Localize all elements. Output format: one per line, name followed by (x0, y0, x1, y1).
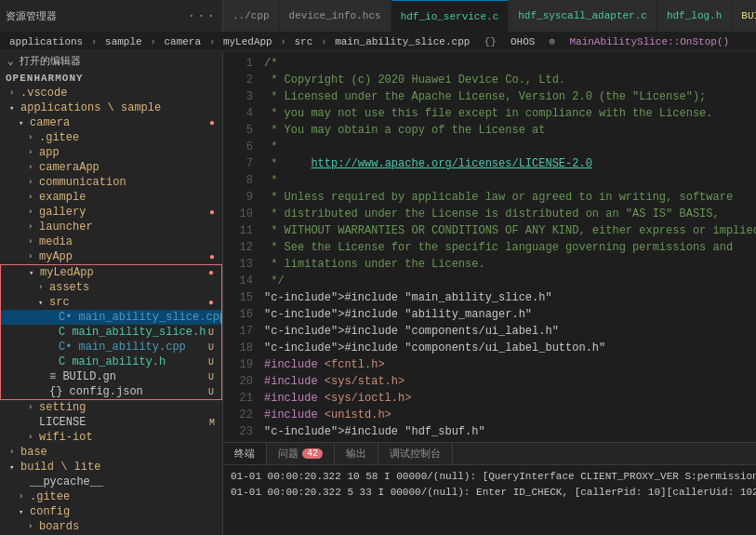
tab-device-info[interactable]: device_info.hcs (280, 0, 391, 32)
tab-cpp-label: ../cpp (232, 10, 270, 21)
tree-label: media (39, 235, 73, 248)
sidebar-item-launcher[interactable]: ›launcher (0, 220, 222, 234)
sidebar-item-gitee[interactable]: ›.gitee (0, 130, 222, 145)
sidebar-item-build_lite[interactable]: ▾build \ lite (0, 460, 222, 475)
panel-tab-terminal[interactable]: 终端 (223, 443, 267, 464)
code-line: #include <sys/ioctl.h> (264, 390, 747, 407)
code-line: */ (264, 273, 747, 289)
line-number: 20 (223, 373, 253, 390)
line-number: 13 (223, 256, 253, 273)
sidebar-item-LICENSE[interactable]: LICENSEM (0, 415, 222, 430)
tree-label: setting (39, 401, 86, 414)
sidebar-item-config_dir[interactable]: ▾config (0, 504, 222, 519)
explorer-dots[interactable]: ··· (188, 8, 217, 23)
line-number: 16 (223, 306, 253, 323)
tree-label: src (49, 296, 70, 309)
sidebar-item-base[interactable]: ›base (0, 445, 222, 460)
sidebar-item-media[interactable]: ›media (0, 234, 222, 249)
sidebar-item-applications_sample[interactable]: ▾applications \ sample (0, 100, 222, 115)
open-editors-title: ⌄ 打开的编辑器 (7, 54, 81, 68)
tree-label: launcher (39, 221, 93, 234)
tree-label: myLedApp (40, 266, 94, 279)
sidebar-item-example[interactable]: ›example (0, 190, 222, 205)
tab-device-info-label: device_info.hcs (289, 10, 381, 21)
code-line: * http://www.apache.org/licenses/LICENSE… (264, 155, 747, 172)
panel-tab-problems[interactable]: 问题 42 (267, 443, 335, 464)
tree-label: config (30, 505, 70, 518)
sidebar-item-build_gn[interactable]: ≡ BUILD.gnU (0, 369, 222, 384)
sidebar-item-_gitee[interactable]: ›.gitee (0, 489, 222, 504)
sidebar-item-app[interactable]: ›app (0, 145, 222, 160)
tree-label: .vscode (20, 87, 67, 100)
line-number: 7 (223, 155, 253, 172)
sidebar-item-main_ability_cpp[interactable]: C• main_ability.cppU (0, 340, 222, 354)
tab-bar: 资源管理器 ··· ../cpp device_info.hcs hdf_io_… (0, 0, 756, 33)
sidebar-item-myLedApp[interactable]: ▾myLedApp● (0, 264, 222, 280)
tab-hdf-log[interactable]: hdf_log.h (657, 0, 732, 32)
sidebar: ⌄ 打开的编辑器 OPENHARMONY ›.vscode▾applicatio… (0, 51, 223, 535)
line-number: 14 (223, 273, 253, 289)
panel-tab-problems-label: 问题 (278, 447, 298, 461)
explorer-panel-header: 资源管理器 ··· (0, 0, 223, 32)
editor-area: 1234567891011121314151617181920212223242… (223, 51, 756, 535)
sidebar-item-setting[interactable]: ›setting (0, 400, 222, 415)
tree-label: app (39, 146, 60, 159)
panel-tab-terminal-label: 终端 (234, 447, 255, 461)
tree-label: assets (49, 281, 89, 294)
sidebar-item-cameraApp[interactable]: ›cameraApp (0, 160, 222, 175)
code-line: * distributed under the License is distr… (264, 206, 747, 222)
line-number: 23 (223, 423, 253, 440)
tree-arrow: ▾ (9, 462, 20, 473)
sidebar-item-boards[interactable]: ›boards (0, 519, 222, 534)
log-line: 01-01 00:00:20.322 5 33 I 00000/(null): … (231, 485, 749, 501)
tree-arrow: ▾ (19, 118, 30, 128)
panel-tabs: 终端 问题 42 输出 调试控制台 (223, 443, 756, 465)
code-line: "c-include">#include "main_ability_slice… (264, 289, 747, 306)
tree-arrow: › (28, 148, 39, 157)
line-numbers: 1234567891011121314151617181920212223242… (223, 51, 260, 442)
tab-build[interactable]: BUILD.gn (732, 0, 756, 32)
line-number: 21 (223, 390, 253, 407)
tab-cpp[interactable]: ../cpp (223, 0, 280, 32)
tree-arrow: ▾ (38, 298, 49, 308)
code-content[interactable]: /* * Copyright (c) 2020 Huawei Device Co… (260, 51, 756, 442)
code-line: #include <fcntl.h> (264, 356, 747, 373)
sidebar-item-gallery[interactable]: ›gallery● (0, 205, 222, 220)
sidebar-item-config_json[interactable]: {} config.jsonU (0, 384, 222, 400)
line-number: 17 (223, 323, 253, 340)
sidebar-item-main_ability_slice_cpp[interactable]: C• main_ability_slice.cpp9+, U (0, 310, 222, 325)
code-view[interactable]: 1234567891011121314151617181920212223242… (223, 51, 756, 442)
panel-tab-output[interactable]: 输出 (335, 443, 378, 464)
sidebar-item-src[interactable]: ▾src● (0, 295, 222, 310)
code-line: #include <unistd.h> (264, 407, 747, 423)
tab-build-label: BUILD.gn (741, 10, 756, 21)
tree-label: applications \ sample (20, 101, 161, 114)
url-link[interactable]: http://www.apache.org/licenses/LICENSE-2… (311, 157, 591, 170)
tree-label: {} config.json (49, 385, 143, 398)
open-editors-section: ⌄ 打开的编辑器 (0, 51, 222, 71)
panel-tab-debug[interactable]: 调试控制台 (378, 443, 453, 464)
tree-label: build \ lite (20, 461, 100, 474)
tab-hdf-syscall[interactable]: hdf_syscall_adapter.c (509, 0, 657, 32)
sidebar-item-vscode[interactable]: ›.vscode (0, 86, 222, 100)
sidebar-item-assets[interactable]: ›assets (0, 280, 222, 295)
tree-label: camera (30, 116, 70, 129)
sidebar-item-main_ability_slice_h[interactable]: C main_ability_slice.hU (0, 325, 222, 340)
tree-badge: ● (209, 252, 222, 262)
tab-hdf-io[interactable]: hdf_io_service.c (391, 0, 510, 32)
sidebar-item-_pycache_[interactable]: __pycache__ (0, 475, 222, 489)
sidebar-item-myApp[interactable]: ›myApp● (0, 249, 222, 264)
tree-label: C main_ability_slice.h (59, 326, 206, 339)
sidebar-item-main_ability_h[interactable]: C main_ability.hU (0, 354, 222, 369)
line-number: 10 (223, 206, 253, 222)
code-line: /* (264, 55, 747, 72)
sidebar-item-communication[interactable]: ›communication (0, 175, 222, 190)
log-line: 01-01 00:00:20.322 10 58 I 00000/(null):… (231, 469, 749, 485)
tree-label: myApp (39, 250, 73, 263)
tree-arrow: › (9, 88, 20, 98)
sidebar-item-camera[interactable]: ▾camera● (0, 115, 222, 130)
tree-arrow: › (28, 522, 39, 531)
tree-badge: U (208, 372, 221, 382)
line-number: 9 (223, 189, 253, 206)
sidebar-item-wifi-iot[interactable]: ›wifi-iot (0, 430, 222, 445)
